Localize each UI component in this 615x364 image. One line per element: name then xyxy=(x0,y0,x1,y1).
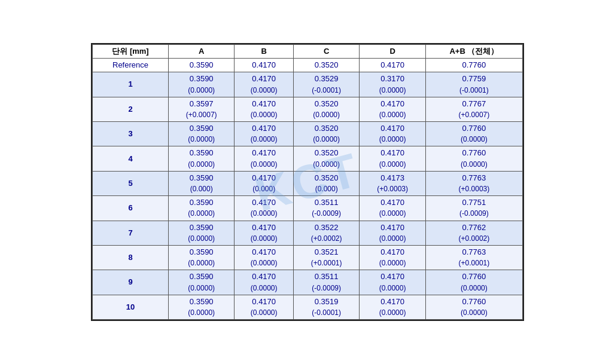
cell-8-2: 0.3521(+0.0001) xyxy=(293,245,359,270)
cell-9-4: 0.7760(0.0000) xyxy=(425,270,522,295)
cell-1-1: 0.4170(0.0000) xyxy=(235,72,294,97)
table-row: 60.3590(0.0000)0.4170(0.0000)0.3511(-0.0… xyxy=(93,196,523,221)
cell-8-1: 0.4170(0.0000) xyxy=(235,245,294,270)
cell-4-1: 0.4170(0.0000) xyxy=(235,146,294,171)
cell-10-4: 0.7760(0.0000) xyxy=(425,295,522,319)
cell-9-3: 0.4170(0.0000) xyxy=(360,270,425,295)
cell-4-3: 0.4170(0.0000) xyxy=(360,146,425,171)
cell-10-0: 0.3590(0.0000) xyxy=(168,295,234,319)
ref-value-0: 0.3590 xyxy=(168,59,234,72)
ref-value-2: 0.3520 xyxy=(293,59,359,72)
cell-7-4: 0.7762(+0.0002) xyxy=(425,221,522,245)
cell-4-4: 0.7760(0.0000) xyxy=(425,146,522,171)
row-label-9: 9 xyxy=(93,270,169,295)
table-row: 100.3590(0.0000)0.4170(0.0000)0.3519(-0.… xyxy=(93,295,523,319)
table-row: 10.3590(0.0000)0.4170(0.0000)0.3529(-0.0… xyxy=(93,72,523,97)
table-row: 80.3590(0.0000)0.4170(0.0000)0.3521(+0.0… xyxy=(93,245,523,270)
cell-7-2: 0.3522(+0.0002) xyxy=(293,221,359,245)
cell-3-4: 0.7760(0.0000) xyxy=(425,122,522,146)
cell-8-4: 0.7763(+0.0001) xyxy=(425,245,522,270)
cell-10-1: 0.4170(0.0000) xyxy=(235,295,294,319)
row-label-3: 3 xyxy=(93,122,169,146)
ref-value-3: 0.4170 xyxy=(360,59,425,72)
col-header-unit: 단위 [mm] xyxy=(93,44,169,58)
cell-3-1: 0.4170(0.0000) xyxy=(235,122,294,146)
cell-5-0: 0.3590(0.000) xyxy=(168,171,234,195)
row-label-8: 8 xyxy=(93,245,169,270)
row-label-2: 2 xyxy=(93,97,169,121)
cell-6-0: 0.3590(0.0000) xyxy=(168,196,234,221)
cell-2-2: 0.3520(0.0000) xyxy=(293,97,359,121)
cell-8-3: 0.4170(0.0000) xyxy=(360,245,425,270)
cell-7-3: 0.4170(0.0000) xyxy=(360,221,425,245)
cell-5-4: 0.7763(+0.0003) xyxy=(425,171,522,195)
table-row: 30.3590(0.0000)0.4170(0.0000)0.3520(0.00… xyxy=(93,122,523,146)
col-header-a: A xyxy=(168,44,234,58)
row-label-7: 7 xyxy=(93,221,169,245)
table-row: 90.3590(0.0000)0.4170(0.0000)0.3511(-0.0… xyxy=(93,270,523,295)
cell-1-0: 0.3590(0.0000) xyxy=(168,72,234,97)
table-row: 50.3590(0.000)0.4170(0.000)0.3520(0.000)… xyxy=(93,171,523,195)
cell-9-1: 0.4170(0.0000) xyxy=(235,270,294,295)
table-row: 40.3590(0.0000)0.4170(0.0000)0.3520(0.00… xyxy=(93,146,523,171)
cell-10-3: 0.4170(0.0000) xyxy=(360,295,425,319)
cell-6-1: 0.4170(0.0000) xyxy=(235,196,294,221)
cell-6-2: 0.3511(-0.0009) xyxy=(293,196,359,221)
cell-1-2: 0.3529(-0.0001) xyxy=(293,72,359,97)
cell-8-0: 0.3590(0.0000) xyxy=(168,245,234,270)
cell-2-4: 0.7767(+0.0007) xyxy=(425,97,522,121)
ref-label: Reference xyxy=(93,59,169,72)
ref-value-1: 0.4170 xyxy=(235,59,294,72)
reference-row: Reference0.35900.41700.35200.41700.7760 xyxy=(93,59,523,72)
cell-5-2: 0.3520(0.000) xyxy=(293,171,359,195)
cell-5-1: 0.4170(0.000) xyxy=(235,171,294,195)
row-label-6: 6 xyxy=(93,196,169,221)
cell-7-0: 0.3590(0.0000) xyxy=(168,221,234,245)
cell-6-4: 0.7751(-0.0009) xyxy=(425,196,522,221)
table-row: 70.3590(0.0000)0.4170(0.0000)0.3522(+0.0… xyxy=(93,221,523,245)
cell-1-3: 0.3170(0.0000) xyxy=(360,72,425,97)
cell-5-3: 0.4173(+0.0003) xyxy=(360,171,425,195)
table-row: 20.3597(+0.0007)0.4170(0.0000)0.3520(0.0… xyxy=(93,97,523,121)
data-table-wrapper: KCT 단위 [mm] A B C D A+B （전체） Reference0.… xyxy=(91,43,524,321)
cell-9-2: 0.3511(-0.0009) xyxy=(293,270,359,295)
ref-value-4: 0.7760 xyxy=(425,59,522,72)
cell-3-0: 0.3590(0.0000) xyxy=(168,122,234,146)
cell-3-3: 0.4170(0.0000) xyxy=(360,122,425,146)
row-label-1: 1 xyxy=(93,72,169,97)
cell-1-4: 0.7759(-0.0001) xyxy=(425,72,522,97)
col-header-c: C xyxy=(293,44,359,58)
measurement-table: 단위 [mm] A B C D A+B （전체） Reference0.3590… xyxy=(92,44,523,320)
cell-2-3: 0.4170(0.0000) xyxy=(360,97,425,121)
cell-2-1: 0.4170(0.0000) xyxy=(235,97,294,121)
cell-6-3: 0.4170(0.0000) xyxy=(360,196,425,221)
cell-3-2: 0.3520(0.0000) xyxy=(293,122,359,146)
cell-4-2: 0.3520(0.0000) xyxy=(293,146,359,171)
cell-9-0: 0.3590(0.0000) xyxy=(168,270,234,295)
cell-10-2: 0.3519(-0.0001) xyxy=(293,295,359,319)
row-label-10: 10 xyxy=(93,295,169,319)
cell-7-1: 0.4170(0.0000) xyxy=(235,221,294,245)
col-header-ab: A+B （전체） xyxy=(425,44,522,58)
cell-2-0: 0.3597(+0.0007) xyxy=(168,97,234,121)
col-header-b: B xyxy=(235,44,294,58)
cell-4-0: 0.3590(0.0000) xyxy=(168,146,234,171)
row-label-5: 5 xyxy=(93,171,169,195)
row-label-4: 4 xyxy=(93,146,169,171)
col-header-d: D xyxy=(360,44,425,58)
